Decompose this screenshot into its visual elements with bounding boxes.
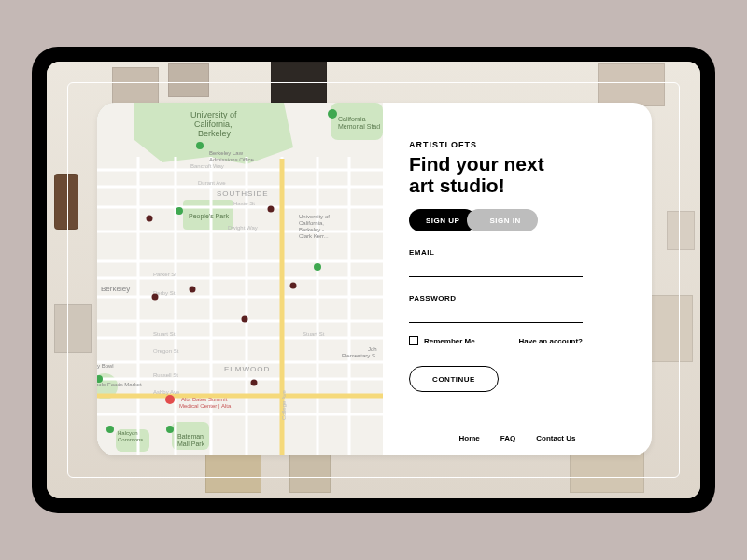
svg-point-71 [165, 395, 175, 404]
svg-text:Halcyon: Halcyon [118, 430, 138, 436]
map-pane[interactable]: University of California, Berkeley Calif… [97, 103, 383, 455]
svg-text:Elementary S: Elementary S [342, 353, 375, 358]
svg-text:Stuart St: Stuart St [153, 331, 176, 337]
brand-label: ARTISTLOFTS [409, 140, 626, 149]
email-field[interactable] [409, 259, 583, 277]
svg-text:Alta Bates Summit: Alta Bates Summit [181, 397, 228, 402]
svg-text:Bateman: Bateman [177, 433, 204, 440]
svg-text:College Ave: College Ave [281, 389, 287, 420]
svg-point-69 [106, 426, 114, 433]
svg-text:Bancroft Way: Bancroft Way [190, 163, 224, 169]
password-field[interactable] [409, 304, 583, 323]
svg-text:Clark Kerr...: Clark Kerr... [299, 233, 329, 239]
svg-text:Oregon St: Oregon St [153, 348, 179, 354]
svg-text:y Bowl: y Bowl [97, 363, 114, 369]
password-label: PASSWORD [409, 294, 626, 302]
footer-contact[interactable]: Contact Us [536, 434, 575, 442]
email-label: EMAIL [409, 248, 626, 257]
footer-faq[interactable]: FAQ [500, 434, 515, 442]
have-account-link[interactable]: Have an account? [519, 337, 583, 345]
svg-text:ELMWOOD: ELMWOOD [224, 365, 270, 373]
svg-text:Berkeley Law: Berkeley Law [209, 150, 244, 156]
svg-point-76 [242, 316, 248, 323]
svg-text:California,: California, [299, 220, 324, 226]
svg-text:Russell St: Russell St [153, 372, 178, 378]
svg-text:Mall Park: Mall Park [177, 441, 205, 447]
svg-point-65 [196, 142, 204, 149]
headline-line1: Find your next [409, 153, 544, 175]
continue-button[interactable]: CONTINUE [409, 366, 499, 392]
footer-links: Home FAQ Contact Us [383, 434, 652, 442]
tablet-frame: University of California, Berkeley Calif… [32, 47, 715, 513]
svg-text:hole Foods Market: hole Foods Market [97, 382, 142, 387]
svg-text:Berkeley: Berkeley [101, 285, 130, 293]
svg-point-77 [290, 283, 297, 289]
remember-row: Remember Me Have an account? [409, 336, 583, 345]
headline: Find your next art studio! [409, 153, 626, 196]
svg-text:Durant Ave: Durant Ave [198, 180, 226, 186]
svg-text:Admissions Office: Admissions Office [209, 157, 255, 162]
map-icon: University of California, Berkeley Calif… [97, 103, 383, 455]
svg-text:Haste St: Haste St [233, 201, 255, 206]
svg-text:Stuart St: Stuart St [303, 331, 325, 337]
svg-point-67 [314, 263, 321, 271]
svg-text:Parker St: Parker St [153, 272, 176, 277]
headline-line2: art studio! [409, 175, 505, 196]
form-pane: ARTISTLOFTS Find your next art studio! S… [383, 103, 652, 455]
screen: University of California, Berkeley Calif… [47, 62, 700, 498]
svg-point-72 [147, 216, 153, 222]
svg-point-73 [268, 206, 275, 213]
svg-text:Ashby Ave: Ashby Ave [153, 389, 180, 395]
svg-text:People's Park: People's Park [189, 213, 229, 220]
svg-text:Berkeley: Berkeley [198, 129, 232, 138]
svg-point-64 [328, 109, 337, 119]
signup-card: University of California, Berkeley Calif… [97, 103, 652, 455]
svg-text:University of: University of [190, 110, 237, 119]
svg-text:University of: University of [299, 214, 330, 219]
auth-tabs: SIGN UP SIGN IN [409, 209, 626, 231]
svg-point-66 [176, 207, 183, 215]
svg-text:California: California [338, 116, 366, 122]
footer-home[interactable]: Home [459, 434, 480, 442]
svg-text:SOUTHSIDE: SOUTHSIDE [217, 189, 269, 198]
svg-text:Medical Center | Alta: Medical Center | Alta [179, 403, 232, 409]
svg-text:Memorial Stad: Memorial Stad [338, 123, 380, 130]
checkbox-icon[interactable] [409, 336, 418, 345]
svg-text:Berkeley -: Berkeley - [299, 227, 324, 232]
svg-text:Joh: Joh [368, 346, 377, 352]
svg-point-78 [251, 380, 258, 386]
remember-label: Remember Me [424, 337, 475, 345]
svg-text:Dwight Way: Dwight Way [228, 225, 258, 231]
tab-signin[interactable]: SIGN IN [467, 209, 537, 231]
remember-me[interactable]: Remember Me [409, 336, 475, 345]
svg-point-70 [166, 426, 174, 433]
svg-point-74 [152, 294, 159, 301]
svg-text:Commons: Commons [118, 437, 143, 442]
svg-point-75 [190, 287, 196, 293]
svg-text:California,: California, [194, 119, 233, 129]
